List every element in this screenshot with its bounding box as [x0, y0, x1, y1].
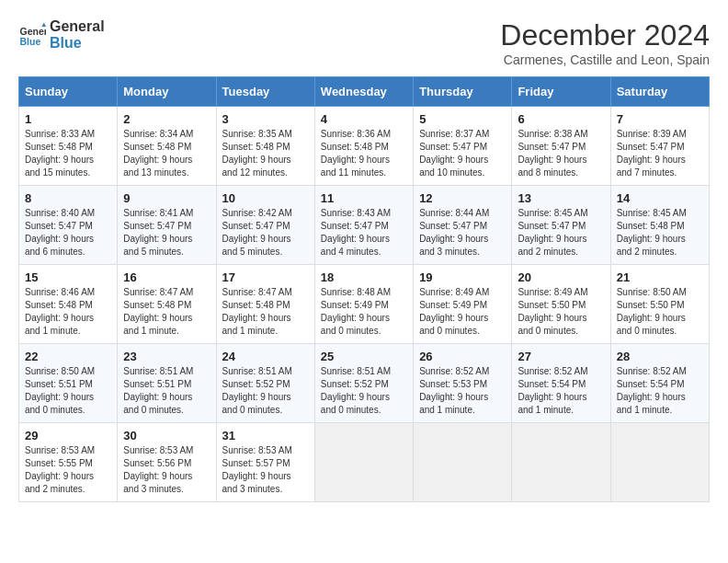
calendar-cell: 20Sunrise: 8:49 AMSunset: 5:50 PMDayligh… [512, 265, 610, 344]
calendar-cell: 30Sunrise: 8:53 AMSunset: 5:56 PMDayligh… [118, 423, 216, 502]
header-friday: Friday [512, 77, 610, 107]
calendar-cell: 29Sunrise: 8:53 AMSunset: 5:55 PMDayligh… [19, 423, 118, 502]
day-number: 5 [419, 112, 506, 126]
cell-info: Sunrise: 8:37 AMSunset: 5:47 PMDaylight:… [419, 129, 489, 178]
calendar-cell: 22Sunrise: 8:50 AMSunset: 5:51 PMDayligh… [19, 344, 118, 423]
calendar-cell: 31Sunrise: 8:53 AMSunset: 5:57 PMDayligh… [216, 423, 314, 502]
day-number: 8 [25, 191, 111, 205]
month-title: December 2024 [500, 18, 710, 52]
logo-icon: General Blue [18, 21, 46, 49]
day-number: 7 [617, 112, 703, 126]
cell-info: Sunrise: 8:35 AMSunset: 5:48 PMDaylight:… [222, 129, 292, 178]
day-number: 9 [123, 191, 210, 205]
cell-info: Sunrise: 8:44 AMSunset: 5:47 PMDaylight:… [419, 208, 489, 257]
cell-info: Sunrise: 8:36 AMSunset: 5:48 PMDaylight:… [321, 129, 391, 178]
calendar-cell: 24Sunrise: 8:51 AMSunset: 5:52 PMDayligh… [216, 344, 314, 423]
calendar-cell: 25Sunrise: 8:51 AMSunset: 5:52 PMDayligh… [314, 344, 413, 423]
header-saturday: Saturday [610, 77, 709, 107]
calendar-cell: 1Sunrise: 8:33 AMSunset: 5:48 PMDaylight… [19, 107, 118, 186]
cell-info: Sunrise: 8:53 AMSunset: 5:57 PMDaylight:… [222, 445, 292, 494]
day-number: 27 [518, 350, 604, 363]
calendar-cell: 27Sunrise: 8:52 AMSunset: 5:54 PMDayligh… [512, 344, 610, 423]
day-number: 25 [321, 350, 407, 363]
day-number: 12 [419, 191, 506, 205]
calendar-cell: 2Sunrise: 8:34 AMSunset: 5:48 PMDaylight… [118, 107, 216, 186]
day-number: 15 [25, 270, 111, 284]
day-number: 21 [617, 270, 703, 284]
cell-info: Sunrise: 8:38 AMSunset: 5:47 PMDaylight:… [518, 129, 587, 178]
cell-info: Sunrise: 8:43 AMSunset: 5:47 PMDaylight:… [321, 208, 391, 257]
header-monday: Monday [118, 77, 216, 107]
calendar-cell [314, 423, 413, 502]
cell-info: Sunrise: 8:52 AMSunset: 5:54 PMDaylight:… [617, 366, 687, 415]
calendar-cell: 6Sunrise: 8:38 AMSunset: 5:47 PMDaylight… [512, 107, 610, 186]
page-header: General Blue General Blue December 2024 … [18, 18, 710, 67]
cell-info: Sunrise: 8:49 AMSunset: 5:50 PMDaylight:… [518, 287, 587, 336]
calendar-cell: 16Sunrise: 8:47 AMSunset: 5:48 PMDayligh… [118, 265, 216, 344]
header-thursday: Thursday [414, 77, 512, 107]
cell-info: Sunrise: 8:33 AMSunset: 5:48 PMDaylight:… [25, 129, 95, 178]
header-sunday: Sunday [19, 77, 118, 107]
calendar-cell: 14Sunrise: 8:45 AMSunset: 5:48 PMDayligh… [610, 186, 709, 265]
day-number: 16 [123, 270, 210, 284]
day-number: 19 [419, 270, 506, 284]
day-number: 26 [419, 350, 506, 363]
calendar-cell: 9Sunrise: 8:41 AMSunset: 5:47 PMDaylight… [118, 186, 216, 265]
logo: General Blue General Blue [18, 18, 105, 51]
cell-info: Sunrise: 8:47 AMSunset: 5:48 PMDaylight:… [123, 287, 193, 336]
calendar-week-5: 29Sunrise: 8:53 AMSunset: 5:55 PMDayligh… [19, 423, 710, 502]
logo-blue: Blue [50, 35, 105, 52]
day-number: 31 [222, 429, 309, 442]
calendar-cell: 11Sunrise: 8:43 AMSunset: 5:47 PMDayligh… [314, 186, 413, 265]
day-number: 14 [617, 191, 703, 205]
calendar-week-3: 15Sunrise: 8:46 AMSunset: 5:48 PMDayligh… [19, 265, 710, 344]
day-number: 23 [123, 350, 210, 363]
cell-info: Sunrise: 8:45 AMSunset: 5:47 PMDaylight:… [518, 208, 587, 257]
cell-info: Sunrise: 8:52 AMSunset: 5:53 PMDaylight:… [419, 366, 489, 415]
calendar-table: SundayMondayTuesdayWednesdayThursdayFrid… [18, 76, 710, 502]
day-number: 24 [222, 350, 309, 363]
cell-info: Sunrise: 8:51 AMSunset: 5:51 PMDaylight:… [123, 366, 193, 415]
cell-info: Sunrise: 8:45 AMSunset: 5:48 PMDaylight:… [617, 208, 687, 257]
day-number: 17 [222, 270, 309, 284]
cell-info: Sunrise: 8:40 AMSunset: 5:47 PMDaylight:… [25, 208, 95, 257]
calendar-week-2: 8Sunrise: 8:40 AMSunset: 5:47 PMDaylight… [19, 186, 710, 265]
calendar-cell: 13Sunrise: 8:45 AMSunset: 5:47 PMDayligh… [512, 186, 610, 265]
day-number: 20 [518, 270, 604, 284]
calendar-cell: 4Sunrise: 8:36 AMSunset: 5:48 PMDaylight… [314, 107, 413, 186]
calendar-cell: 3Sunrise: 8:35 AMSunset: 5:48 PMDaylight… [216, 107, 314, 186]
calendar-cell: 26Sunrise: 8:52 AMSunset: 5:53 PMDayligh… [414, 344, 512, 423]
day-number: 28 [617, 350, 703, 363]
cell-info: Sunrise: 8:50 AMSunset: 5:51 PMDaylight:… [25, 366, 95, 415]
calendar-cell: 5Sunrise: 8:37 AMSunset: 5:47 PMDaylight… [414, 107, 512, 186]
day-number: 1 [25, 112, 111, 126]
cell-info: Sunrise: 8:51 AMSunset: 5:52 PMDaylight:… [222, 366, 292, 415]
calendar-cell: 23Sunrise: 8:51 AMSunset: 5:51 PMDayligh… [118, 344, 216, 423]
day-number: 10 [222, 191, 309, 205]
calendar-cell: 18Sunrise: 8:48 AMSunset: 5:49 PMDayligh… [314, 265, 413, 344]
title-block: December 2024 Carmenes, Castille and Leo… [500, 18, 710, 67]
cell-info: Sunrise: 8:48 AMSunset: 5:49 PMDaylight:… [321, 287, 391, 336]
calendar-body: 1Sunrise: 8:33 AMSunset: 5:48 PMDaylight… [19, 107, 710, 502]
logo-general: General [50, 18, 105, 35]
svg-marker-2 [42, 22, 47, 27]
svg-text:Blue: Blue [20, 35, 41, 46]
calendar-cell: 21Sunrise: 8:50 AMSunset: 5:50 PMDayligh… [610, 265, 709, 344]
day-number: 6 [518, 112, 604, 126]
cell-info: Sunrise: 8:50 AMSunset: 5:50 PMDaylight:… [617, 287, 687, 336]
calendar-header-row: SundayMondayTuesdayWednesdayThursdayFrid… [19, 77, 710, 107]
cell-info: Sunrise: 8:53 AMSunset: 5:56 PMDaylight:… [123, 445, 193, 494]
day-number: 11 [321, 191, 407, 205]
day-number: 3 [222, 112, 309, 126]
calendar-cell: 17Sunrise: 8:47 AMSunset: 5:48 PMDayligh… [216, 265, 314, 344]
calendar-cell [610, 423, 709, 502]
cell-info: Sunrise: 8:34 AMSunset: 5:48 PMDaylight:… [123, 129, 193, 178]
cell-info: Sunrise: 8:46 AMSunset: 5:48 PMDaylight:… [25, 287, 95, 336]
cell-info: Sunrise: 8:41 AMSunset: 5:47 PMDaylight:… [123, 208, 193, 257]
day-number: 13 [518, 191, 604, 205]
header-tuesday: Tuesday [216, 77, 314, 107]
day-number: 30 [123, 429, 210, 442]
cell-info: Sunrise: 8:51 AMSunset: 5:52 PMDaylight:… [321, 366, 391, 415]
calendar-cell: 19Sunrise: 8:49 AMSunset: 5:49 PMDayligh… [414, 265, 512, 344]
cell-info: Sunrise: 8:52 AMSunset: 5:54 PMDaylight:… [518, 366, 587, 415]
